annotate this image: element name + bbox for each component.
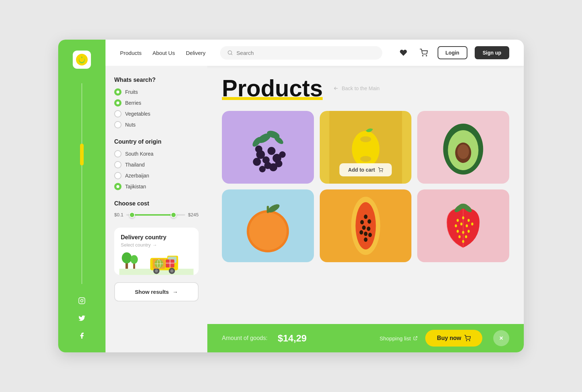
svg-point-69 [364,232,367,236]
nav-products[interactable]: Products [120,50,141,56]
delivery-card-title: Delivery country [121,234,192,241]
svg-rect-2 [79,298,85,304]
bottom-bar: Amount of goods: $14,29 Shopping list Bu… [207,324,524,352]
logo-inner [76,54,88,65]
slider-thumb-right[interactable] [171,212,176,218]
main-content: Products About Us Delivery [105,40,524,352]
svg-point-81 [457,230,459,233]
products-title: Products [222,77,323,100]
product-card-6[interactable] [417,189,509,262]
svg-point-57 [249,212,287,250]
category-options: Fruits Berries Vegetables Nuts [114,88,199,128]
product-image-1 [222,111,314,184]
product-card-1[interactable] [222,111,314,184]
svg-point-70 [359,230,363,235]
svg-point-48 [380,172,380,172]
nav-delivery[interactable]: Delivery [186,50,206,56]
price-slider-track[interactable] [126,214,185,216]
svg-point-46 [360,136,371,142]
svg-point-76 [468,219,470,222]
product-image-4 [222,189,314,262]
sidebar [58,40,105,352]
category-nuts[interactable]: Nuts [114,121,199,128]
product-image-6 [417,189,509,262]
shopping-list-icon [413,336,418,341]
slider-thumb-left[interactable] [129,212,135,218]
show-results-button[interactable]: Show results → [114,282,199,301]
logo[interactable] [73,51,91,69]
price-range[interactable]: $0.1 $245 [114,212,199,217]
svg-point-91 [469,340,470,341]
svg-line-6 [231,54,232,55]
amount-label: Amount of goods: [222,335,267,341]
shopping-list-link[interactable]: Shopping list [379,335,418,341]
country-south-korea[interactable]: South Korea [114,150,199,157]
category-berries[interactable]: Berries [114,99,199,107]
delivery-illustration [114,244,199,275]
papaya-image [320,189,412,262]
buy-now-button[interactable]: Buy now [425,330,482,347]
svg-point-77 [455,224,457,227]
add-to-cart-button-2[interactable]: Add to cart [339,163,392,176]
svg-point-30 [267,147,275,155]
facebook-icon[interactable] [76,330,88,341]
back-link[interactable]: Back to the Main [334,85,379,91]
svg-point-3 [81,300,83,302]
radio-fruits [114,88,121,96]
svg-point-83 [468,230,470,233]
svg-point-67 [362,225,366,230]
product-card-4[interactable] [222,189,314,262]
category-vegetables[interactable]: Vegetables [114,110,199,117]
svg-point-72 [364,237,367,242]
instagram-icon[interactable] [76,295,88,307]
svg-point-47 [360,156,371,162]
country-azerbaijan[interactable]: Azerbaijan [114,172,199,179]
cart-small-icon [378,167,383,172]
svg-point-80 [471,223,474,225]
cart-buy-icon [464,335,471,341]
search-input[interactable] [236,50,375,56]
svg-point-13 [131,255,138,264]
close-button[interactable]: × [493,330,509,346]
radio-azerbaijan [114,172,121,179]
radio-vegetables [114,110,121,117]
body-layout: Whats search? Fruits Berries Vegetables [105,66,524,352]
radio-thailand [114,161,121,168]
product-card-3[interactable] [417,111,509,184]
category-fruits[interactable]: Fruits [114,88,199,96]
svg-point-78 [461,223,463,225]
whats-search-title: Whats search? [114,77,199,83]
nav-about[interactable]: About Us [152,50,175,56]
svg-point-54 [458,144,469,159]
header-right: Login Sign up [397,46,509,59]
svg-rect-28 [231,111,304,184]
avocado-image [417,111,509,184]
price-max: $245 [188,212,199,217]
svg-point-39 [279,151,286,158]
amount-value: $14,29 [278,333,307,344]
login-button[interactable]: Login [438,46,467,59]
svg-point-71 [368,233,372,237]
svg-point-79 [466,224,468,227]
svg-point-74 [457,219,459,222]
products-header: Products Back to the Main [222,77,509,100]
svg-point-37 [275,160,282,167]
radio-south-korea [114,150,121,157]
twitter-icon[interactable] [76,312,88,324]
product-card-2[interactable]: Add to cart [320,111,412,184]
search-bar[interactable] [220,46,382,60]
nav-links: Products About Us Delivery [120,50,206,56]
cart-icon[interactable] [417,46,430,59]
product-image-5 [320,189,412,262]
signup-button[interactable]: Sign up [475,46,509,59]
product-grid: Add to cart [222,111,509,262]
country-tajikistan[interactable]: Tajikistan [114,183,199,190]
delivery-card[interactable]: Delivery country Select country → [114,228,199,275]
product-card-5[interactable] [320,189,412,262]
sidebar-divider-dot [80,144,84,165]
wishlist-icon[interactable] [397,46,410,59]
svg-point-20 [170,269,174,273]
svg-point-18 [155,269,158,273]
svg-point-32 [253,158,261,166]
country-thailand[interactable]: Thailand [114,161,199,168]
